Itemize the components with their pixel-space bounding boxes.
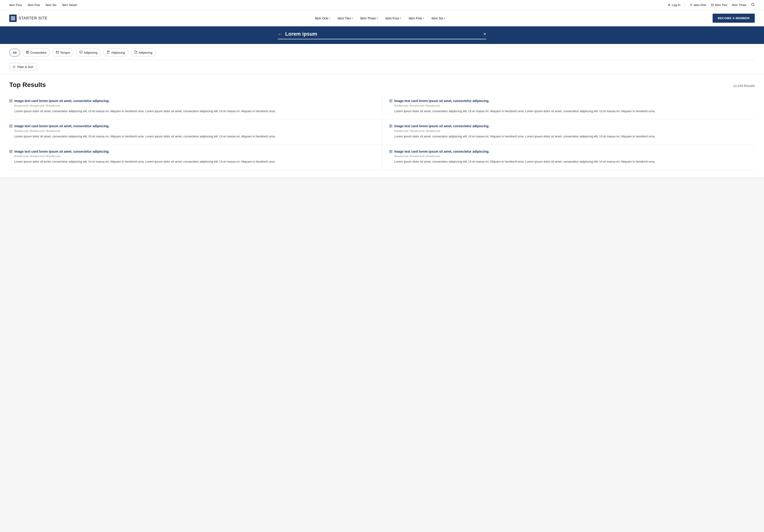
monitor-icon	[80, 51, 83, 54]
filter-tab-adipiscing-1[interactable]: Adipiscing	[76, 49, 101, 57]
svg-line-3	[754, 5, 754, 6]
document-icon	[9, 150, 13, 154]
search-bar-section: ← ×	[0, 26, 764, 44]
logo-svg-icon	[11, 16, 15, 21]
svg-rect-12	[56, 51, 58, 54]
search-clear-button[interactable]: ×	[483, 32, 486, 37]
nav-logo: STARTER SITE	[9, 15, 48, 22]
result-description: Lorem ipsum dolor sit amet, consectetur …	[14, 134, 377, 139]
result-breadcrumb: Breadcrumb / Breadcrumb / Breadcrumb	[394, 104, 750, 107]
svg-rect-4	[11, 16, 13, 18]
become-member-button[interactable]: BECOME A MEMBER	[713, 14, 755, 23]
result-title-row: Image text card lorem ipsum sit amet, co…	[389, 99, 750, 103]
search-input[interactable]	[285, 31, 480, 37]
search-icon	[751, 3, 755, 6]
user-icon	[668, 3, 671, 7]
results-header: Top Results 12,345 Results	[9, 81, 755, 88]
results-grid: Image text card lorem ipsum sit amet, co…	[9, 94, 755, 170]
top-bar-item-six[interactable]: Item Six	[46, 3, 57, 7]
result-title-row: Image text card lorem ipsum sit amet, co…	[9, 124, 377, 129]
chevron-down-icon: ▾	[400, 17, 401, 19]
login-link[interactable]: Log In	[668, 3, 680, 7]
result-breadcrumb: Breadcrumb / Breadcrumb / Breadcrumb	[394, 130, 750, 132]
svg-point-2	[751, 3, 754, 6]
location-icon	[690, 3, 692, 7]
results-title: Top Results	[9, 81, 46, 88]
top-bar-left: Item Four Item Five Item Six Item Seven	[9, 3, 77, 7]
result-title[interactable]: Image text card lorem ipsum sit amet, co…	[14, 149, 109, 154]
filter-section: All Consectetur Tempor Adipiscing Adipis…	[0, 44, 764, 74]
nav-item-three[interactable]: Item Three ▾	[357, 15, 381, 22]
svg-rect-7	[13, 19, 15, 20]
result-item: Image text card lorem ipsum sit amet, co…	[9, 145, 382, 170]
result-item: Image text card lorem ipsum sit amet, co…	[9, 94, 382, 119]
top-bar-item-three[interactable]: Item Three	[732, 3, 746, 7]
chevron-down-icon: ▾	[352, 17, 353, 19]
filter-sort-button[interactable]: Filter & Sort	[9, 63, 37, 71]
result-item: Image text card lorem ipsum sit amet, co…	[9, 119, 382, 145]
file-icon	[134, 51, 137, 54]
filter-tab-adipiscing-3[interactable]: Adipiscing	[131, 49, 156, 57]
filter-tab-tempor-label: Tempor	[60, 51, 70, 54]
results-section: Top Results 12,345 Results Image text ca…	[0, 74, 764, 177]
nav-item-four[interactable]: Item Four ▾	[382, 15, 404, 22]
filter-tab-all[interactable]: All	[9, 49, 20, 57]
filter-tab-adipiscing-2[interactable]: Adipiscing	[103, 49, 128, 57]
result-breadcrumb: Breadcrumb / Breadcrumb / Breadcrumb	[394, 155, 750, 158]
nav-item-six[interactable]: Item Six ▾	[428, 15, 449, 22]
result-description: Lorem ipsum dolor sit amet, consectetur …	[394, 134, 750, 139]
result-title-row: Image text card lorem ipsum sit amet, co…	[9, 99, 377, 103]
result-title[interactable]: Image text card lorem ipsum sit amet, co…	[14, 99, 109, 103]
result-title[interactable]: Image text card lorem ipsum sit amet, co…	[394, 149, 489, 154]
document-icon	[26, 51, 29, 54]
nav-item-two[interactable]: Item Two ▾	[334, 15, 356, 22]
filter-sort-bar: Filter & Sort	[9, 60, 755, 74]
result-description: Lorem ipsum dolor sit amet, consectetur …	[14, 159, 377, 164]
main-nav: STARTER SITE Item One ▾ Item Two ▾ Item …	[0, 10, 764, 26]
filter-tab-adipiscing-3-label: Adipiscing	[139, 51, 152, 54]
logo-icon	[9, 15, 17, 22]
filter-tab-consectetur[interactable]: Consectetur	[22, 49, 50, 57]
clipboard-icon	[107, 51, 110, 54]
nav-item-five[interactable]: Item Five ▾	[405, 15, 427, 22]
search-back-button[interactable]: ←	[278, 32, 283, 37]
result-item: Image text card lorem ipsum sit amet, co…	[382, 119, 755, 145]
top-bar-divider	[685, 3, 685, 7]
logo-text: STARTER SITE	[19, 16, 48, 20]
result-description: Lorem ipsum dolor sit amet, consectetur …	[394, 159, 750, 164]
top-bar-item-four[interactable]: Item Four	[9, 3, 22, 7]
result-description: Lorem ipsum dolor sit amet, consectetur …	[394, 109, 750, 114]
result-title[interactable]: Image text card lorem ipsum sit amet, co…	[394, 124, 489, 129]
calendar-icon	[56, 51, 59, 54]
top-bar-item-two[interactable]: Item Two	[711, 3, 727, 7]
result-title-row: Image text card lorem ipsum sit amet, co…	[389, 149, 750, 154]
result-title[interactable]: Image text card lorem ipsum sit amet, co…	[394, 99, 489, 103]
top-bar-item-seven[interactable]: Item Seven	[62, 3, 77, 7]
result-title[interactable]: Image text card lorem ipsum sit amet, co…	[14, 124, 109, 129]
search-bar-inner: ← ×	[278, 31, 486, 39]
chevron-down-icon: ▾	[444, 17, 445, 19]
result-breadcrumb: Breadcrumb / Breadcrumb / Breadcrumb	[14, 155, 377, 158]
document-icon	[389, 124, 392, 128]
document-icon	[389, 99, 392, 103]
document-icon	[9, 124, 13, 128]
top-bar-right: Log In Item One Item Two Item Three	[668, 3, 755, 7]
filter-tab-adipiscing-2-label: Adipiscing	[111, 51, 125, 54]
top-bar-search-button[interactable]	[751, 3, 755, 7]
svg-rect-16	[80, 51, 82, 53]
top-bar-item-five[interactable]: Item Five	[28, 3, 40, 7]
filter-tab-all-label: All	[13, 51, 17, 54]
top-bar-item-one[interactable]: Item One	[690, 3, 706, 7]
result-title-row: Image text card lorem ipsum sit amet, co…	[9, 149, 377, 154]
results-count: 12,345 Results	[733, 84, 755, 88]
document-icon	[9, 99, 13, 103]
nav-item-one[interactable]: Item One ▾	[311, 15, 334, 22]
nav-links: Item One ▾ Item Two ▾ Item Three ▾ Item …	[311, 15, 449, 22]
filter-tab-tempor[interactable]: Tempor	[52, 49, 74, 57]
filter-sort-icon	[13, 66, 16, 69]
chevron-down-icon: ▾	[329, 17, 330, 19]
result-breadcrumb: Breadcrumb / Breadcrumb / Breadcrumb	[14, 104, 377, 107]
svg-rect-20	[108, 51, 109, 51]
chevron-down-icon: ▾	[423, 17, 424, 19]
top-bar: Item Four Item Five Item Six Item Seven …	[0, 0, 764, 10]
